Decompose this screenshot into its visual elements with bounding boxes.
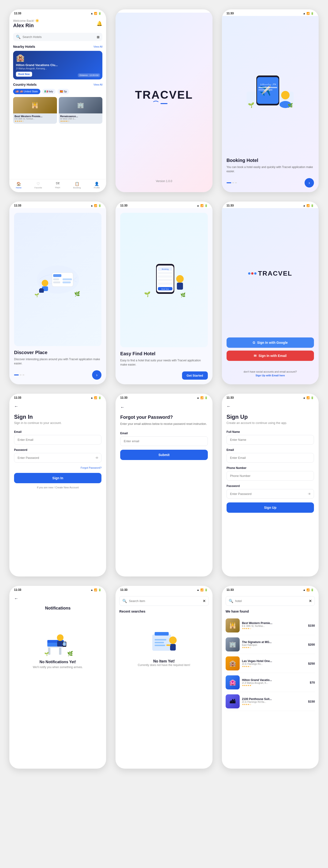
search-bar[interactable]: 🔍 ⊞ [13,33,102,41]
result-card-2[interactable]: 🏢 The Signature at MG... East Halimpon ★… [226,635,315,654]
result-card-1[interactable]: 🕌 Best Western Premie... 6 E 30th St, No… [226,616,315,635]
battery-icon: 🔋 [98,204,101,207]
svg-text:→: → [267,83,269,85]
phone-label: Phone Number [227,466,314,470]
nav-maps[interactable]: 🗺 Maps [55,182,60,189]
result-loc-5: 21 E Flamingo Rd Ba... [242,701,306,703]
nav-favorite[interactable]: ♡ Favorite [34,182,42,189]
email-input[interactable] [14,435,101,444]
close-icon[interactable]: ✕ [309,599,312,603]
svg-rect-60 [166,645,170,646]
splash-content: TR A CVEL Version 1.0.0 [116,13,212,192]
email-label: Email [227,448,314,452]
signup-link[interactable]: Sign Up with Email here [256,374,285,377]
status-icons: ▲ 📶 🔋 [303,396,314,399]
tracvel-dots [248,272,257,275]
svg-point-15 [42,280,48,286]
back-button[interactable]: ← [14,404,101,409]
notif-title: Notifications [14,606,101,611]
book-now-button[interactable]: Book Now [16,72,32,76]
results-search-input[interactable] [235,599,307,603]
google-signin-button[interactable]: G Sign In with Google [227,337,314,348]
svg-rect-33 [158,279,172,281]
distance-badge: Distance : 13.09 KM [78,73,100,77]
back-button[interactable]: ← [120,405,207,410]
result-price-2: $200 [308,643,315,646]
submit-button[interactable]: Submit [120,450,207,460]
result-info-5: 2100 Penthouse Suit... 21 E Flamingo Rd … [242,698,306,706]
next-button[interactable]: › [304,178,314,187]
email-signin-button[interactable]: ✉ Sign In with Email [227,350,314,361]
auth-logo: TRACVEL [248,270,292,280]
home-content: Welcome Back! ☀️ Alex Rin 🔔 🔍 ⊞ Nearby H… [9,16,106,179]
no-item-title: No Item Yet! [153,659,175,663]
back-button[interactable]: ← [14,596,101,601]
country-us-btn[interactable]: 🇺🇸 🇺🇸 United State [13,89,40,94]
hotel-thumb-2[interactable]: 🏢 Renaissance... W West 25th S... ★★★★☆ [59,97,103,124]
result-card-4[interactable]: 🏩 Hilton Grand Vacatio... Jl JI Wahyu An… [226,673,315,692]
easy-find-illustration: Booking Book Now 🌱 🌿 [120,213,207,347]
svg-rect-17 [39,289,44,293]
result-price-4: $70 [310,681,315,684]
result-card-3[interactable]: 🏨 Las Vegas Hotel One... 21 E Flamingo R… [226,654,315,673]
signup-password-input[interactable] [227,489,314,499]
phone-input[interactable] [227,471,314,480]
dot-1 [14,374,19,375]
featured-hotel-location: Jl Wahyu Anugrah, Kemang... [16,67,100,70]
svg-rect-18 [40,288,43,289]
back-button[interactable]: ← [227,404,314,409]
fullname-group: Full Name [227,430,314,444]
signup-button[interactable]: Sign Up [227,502,314,513]
svg-rect-55 [155,639,166,641]
discover-nav: › [14,370,101,380]
filter-icon[interactable]: ⊞ [97,35,100,39]
view-all-nearby[interactable]: View All [94,45,102,48]
signal-icon: ▲ [91,12,93,15]
view-all-country[interactable]: View All [94,83,102,86]
dot-1 [227,182,231,183]
signal-icon: ▲ [197,588,199,591]
no-account-section: don't have social accounts and email acc… [244,368,297,377]
hotel-thumb-1[interactable]: 🕌 Best Western Premie... 6 E 30th St, No… [13,97,57,124]
status-bar [116,9,212,13]
nav-booking[interactable]: 📋 Booking [73,182,81,189]
notif-empty-title: No Notifications Yet! [40,660,76,664]
status-time: 11:33 [120,204,127,207]
fullname-input[interactable] [227,435,314,444]
result-price-1: $150 [308,624,315,627]
svg-text:🌿: 🌿 [67,651,73,656]
next-button[interactable]: › [92,370,101,380]
svg-rect-56 [155,642,164,643]
nav-profile[interactable]: 👤 Profile [94,182,100,189]
notification-icon[interactable]: 🔔 [97,21,102,26]
hotel1-name: Best Western Premie... [14,115,56,118]
forgot-link[interactable]: Forgot Password? [14,466,101,469]
signin-title: Sign In [14,413,101,420]
email-input[interactable] [227,453,314,463]
fp-email-input[interactable] [120,436,207,446]
featured-hotel-card[interactable]: 🏨 Hilton Grand Vacations Clu... Jl Wahyu… [13,51,102,80]
search-input[interactable] [129,599,201,603]
result-loc-2: East Halimpon [242,644,306,646]
password-input[interactable] [14,453,101,463]
search-results-screen: 11:33 ▲ 📶 🔋 🔍 ✕ We have found 🕌 Best Wes… [222,586,319,769]
close-icon[interactable]: ✕ [203,599,206,603]
country-it-btn[interactable]: 🇮🇹 Italy [42,89,56,94]
result-card-5[interactable]: 🏙 2100 Penthouse Suit... 21 E Flamingo R… [226,692,315,711]
status-bar: 11:33 ▲ 📶 🔋 [9,202,106,208]
get-started-button[interactable]: Get Started [182,371,208,380]
eye-icon[interactable]: 👁 [308,492,311,496]
onboarding-content: ✈️ LAX JTK → 🌿 🌱 Booking Ho [222,16,319,192]
eye-icon[interactable]: 👁 [95,456,99,460]
country-sp-btn[interactable]: 🇪🇸 Sp [57,89,69,94]
status-bar: 11:33 ▲ 📶 🔋 [9,586,106,592]
status-time: 11:33 [120,588,127,591]
search-input[interactable] [23,35,95,39]
search-bar[interactable]: 🔍 ✕ [119,596,208,606]
nav-booking-label: Booking [73,187,81,189]
wifi-icon: 📶 [200,204,204,207]
results-search-bar[interactable]: 🔍 ✕ [226,596,315,606]
nav-home[interactable]: 🏠 Home [16,182,22,189]
signin-button[interactable]: Sign In [14,473,101,483]
result-loc-4: Jl JI Wahyu Anugrah, K... [242,682,307,684]
